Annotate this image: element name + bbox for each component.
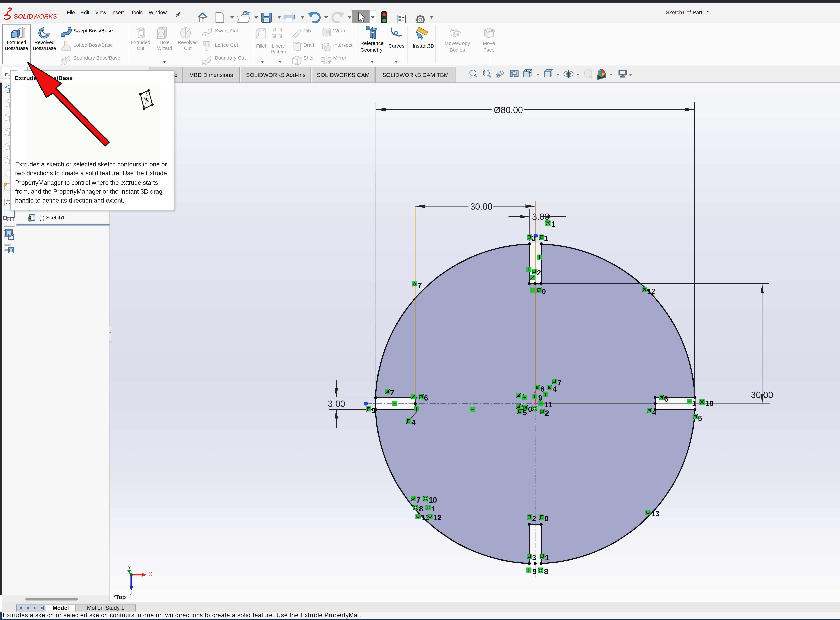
- svg-text:4: 4: [652, 408, 657, 416]
- svg-text:0: 0: [542, 287, 546, 296]
- svg-text:10: 10: [429, 496, 437, 504]
- svg-text:5: 5: [523, 409, 527, 417]
- svg-text:SOLIDWORKS: SOLIDWORKS: [14, 13, 57, 20]
- svg-text:2: 2: [532, 515, 536, 523]
- svg-text:5: 5: [371, 406, 376, 415]
- svg-text:6: 6: [424, 394, 428, 402]
- svg-text:4: 4: [412, 418, 416, 427]
- svg-text:12: 12: [433, 514, 442, 522]
- svg-text:X: X: [149, 571, 152, 577]
- svg-text:5: 5: [698, 414, 702, 423]
- svg-text:2: 2: [537, 269, 541, 277]
- svg-text:4: 4: [553, 385, 557, 393]
- svg-text:3.00: 3.00: [532, 212, 549, 222]
- svg-text:11: 11: [544, 400, 552, 409]
- svg-text:1: 1: [544, 234, 548, 242]
- svg-text:30.00: 30.00: [751, 390, 773, 400]
- svg-text:6: 6: [541, 385, 544, 393]
- svg-text:2: 2: [545, 409, 549, 417]
- svg-text:8: 8: [419, 505, 423, 513]
- svg-text:1: 1: [545, 554, 549, 562]
- svg-text:7: 7: [418, 281, 422, 289]
- svg-text:1: 1: [431, 505, 436, 513]
- svg-text:1: 1: [692, 399, 696, 408]
- svg-text:13: 13: [651, 510, 660, 518]
- svg-text:Y: Y: [128, 564, 131, 570]
- svg-text:7: 7: [557, 379, 562, 387]
- svg-text:6: 6: [664, 395, 668, 403]
- svg-text:3: 3: [532, 554, 536, 562]
- svg-text:7: 7: [390, 388, 394, 397]
- svg-text:3.00: 3.00: [328, 399, 345, 409]
- svg-text:1: 1: [551, 220, 555, 228]
- svg-text:*Top: *Top: [113, 594, 126, 600]
- svg-text:0: 0: [544, 515, 548, 523]
- svg-text:Ø80.00: Ø80.00: [494, 105, 523, 115]
- svg-text:12: 12: [647, 287, 655, 295]
- svg-text:9: 9: [533, 567, 536, 576]
- svg-text:3: 3: [532, 234, 536, 242]
- svg-text:0: 0: [528, 405, 532, 413]
- svg-text:Z: Z: [129, 591, 133, 597]
- svg-text:7: 7: [416, 496, 420, 504]
- svg-text:30.00: 30.00: [470, 202, 493, 211]
- svg-text:8: 8: [544, 567, 548, 576]
- svg-text:10: 10: [706, 399, 714, 408]
